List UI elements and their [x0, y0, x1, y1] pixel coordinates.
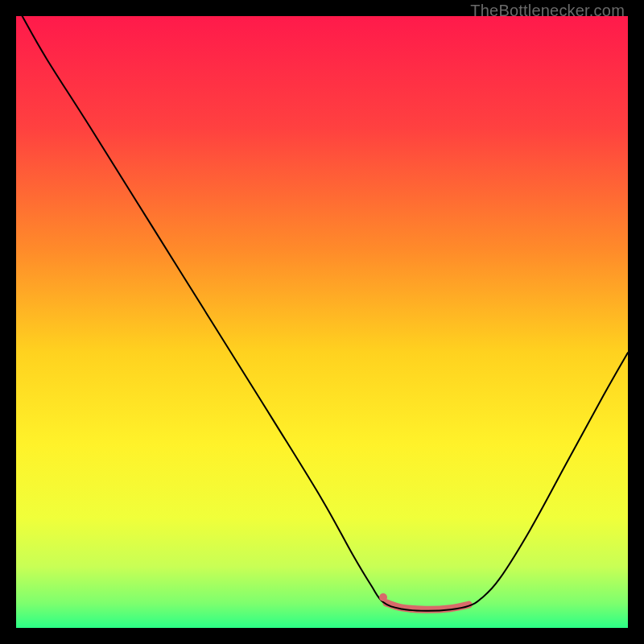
bottleneck-chart: [16, 16, 628, 628]
watermark-text: TheBottleneсker.com: [470, 2, 625, 20]
chart-background: [16, 16, 628, 628]
chart-frame: [16, 16, 628, 628]
optimal-start-dot: [379, 593, 387, 601]
markers-layer: [379, 593, 387, 601]
